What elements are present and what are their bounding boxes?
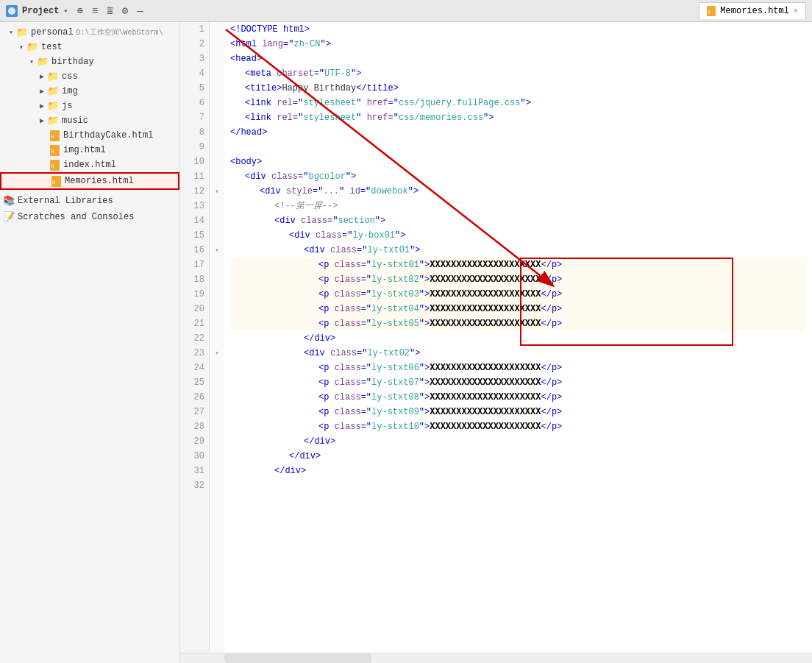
imghtml-file-icon: H — [49, 144, 60, 156]
ln-21: 21 — [185, 316, 204, 331]
sidebar: ▾ 📁 personal D:\工作空间\WebStorm\ ▾ 📁 test … — [0, 22, 180, 663]
svg-text:H: H — [51, 149, 54, 155]
code-container[interactable]: 1 2 3 4 5 6 7 8 9 10 11 12 13 14 15 16 1 — [180, 22, 812, 653]
app-icon — [6, 5, 18, 17]
ln-32: 32 — [185, 478, 204, 493]
code-line-10: <body> — [230, 155, 806, 169]
ln-14: 14 — [185, 213, 204, 228]
arrow-birthday: ▾ — [26, 57, 37, 66]
code-content[interactable]: <!DOCTYPE html> <html lang="zh-CN"> <hea… — [224, 22, 812, 653]
ln-11: 11 — [185, 169, 204, 184]
code-line-25: <p class="ly-stxt07">XXXXXXXXXXXXXXXXXXX… — [230, 375, 806, 390]
ln-13: 13 — [185, 199, 204, 213]
project-dropdown[interactable]: ▾ — [63, 7, 68, 15]
code-line-19: <p class="ly-stxt03">XXXXXXXXXXXXXXXXXXX… — [230, 287, 806, 302]
code-line-13: <!--第一屏--> — [230, 199, 806, 213]
code-line-21: <p class="ly-stxt05">XXXXXXXXXXXXXXXXXXX… — [230, 316, 806, 331]
arrow-js: ▶ — [37, 102, 47, 110]
ln-26: 26 — [185, 390, 204, 405]
sidebar-item-memorieshtml[interactable]: H Memories.html — [0, 172, 179, 190]
ln-29: 29 — [185, 434, 204, 449]
arrow-css: ▶ — [37, 72, 47, 81]
code-line-2: <html lang="zh-CN"> — [230, 37, 806, 52]
external-libraries-item[interactable]: 📚 External Libraries — [0, 193, 179, 209]
js-folder-icon: 📁 — [47, 100, 59, 112]
code-line-29: </div> — [230, 434, 806, 449]
fold-marker-16[interactable]: ▾ — [215, 246, 219, 255]
title-bar-left: Project ▾ — [6, 5, 68, 17]
tab-close-btn[interactable]: × — [794, 7, 798, 15]
sidebar-item-test[interactable]: ▾ 📁 test — [0, 40, 179, 54]
personal-label: personal — [31, 27, 74, 38]
ln-15: 15 — [185, 228, 204, 243]
toolbar-btn-1[interactable]: ⊕ — [74, 3, 85, 18]
code-line-30: </div> — [230, 449, 806, 464]
sidebar-item-css[interactable]: ▶ 📁 css — [0, 69, 179, 84]
ln-24: 24 — [185, 361, 204, 375]
svg-text:H: H — [708, 10, 710, 15]
code-line-24: <p class="ly-stxt06">XXXXXXXXXXXXXXXXXXX… — [230, 361, 806, 375]
music-folder-icon: 📁 — [47, 115, 59, 127]
ln-27: 27 — [185, 405, 204, 419]
sidebar-item-imghtml[interactable]: H img.html — [0, 143, 179, 157]
code-line-28: <p class="ly-stxt10">XXXXXXXXXXXXXXXXXXX… — [230, 419, 806, 434]
code-line-17: <p class="ly-stxt01">XXXXXXXXXXXXXXXXXXX… — [230, 258, 806, 272]
code-line-4: <meta charset="UTF-8"> — [230, 66, 806, 81]
code-line-1: <!DOCTYPE html> — [230, 22, 806, 37]
ln-3: 3 — [185, 52, 204, 66]
arrow-music: ▶ — [37, 116, 47, 125]
sidebar-item-birthday[interactable]: ▾ 📁 birthday — [0, 54, 179, 69]
external-libraries-label: External Libraries — [18, 196, 113, 206]
memorieshtml-file-icon: H — [50, 175, 62, 187]
toolbar-actions: ⊕ ≡ ≣ ⚙ — — [74, 3, 146, 18]
external-libraries-icon: 📚 — [3, 195, 15, 207]
project-label[interactable]: Project — [22, 6, 59, 16]
bottom-scrollbar[interactable] — [180, 653, 812, 663]
code-line-18: <p class="ly-stxt02">XXXXXXXXXXXXXXXXXXX… — [230, 272, 806, 287]
fold-marker-23[interactable]: ▾ — [215, 349, 219, 358]
sidebar-item-personal[interactable]: ▾ 📁 personal D:\工作空间\WebStorm\ — [0, 25, 179, 40]
code-line-23: <div class="ly-txt02"> — [230, 346, 806, 361]
toolbar-btn-5[interactable]: — — [134, 4, 146, 18]
code-line-11: <div class="bgcolor"> — [230, 169, 806, 184]
ln-20: 20 — [185, 302, 204, 316]
birthday-label: birthday — [51, 57, 94, 67]
editor-tab[interactable]: H Memories.html × — [699, 2, 806, 19]
sidebar-item-birthdaycake[interactable]: H BirthdayCake.html — [0, 128, 179, 143]
birthdaycake-file-icon: H — [49, 130, 60, 141]
code-line-27: <p class="ly-stxt09">XXXXXXXXXXXXXXXXXXX… — [230, 405, 806, 419]
code-line-14: <div class="section"> — [230, 213, 806, 228]
scratches-consoles-item[interactable]: 📝 Scratches and Consoles — [0, 209, 179, 225]
ln-23: 23 — [185, 346, 204, 361]
ln-16: 16 — [185, 243, 204, 258]
indexhtml-file-icon: H — [49, 159, 60, 171]
toolbar-btn-4[interactable]: ⚙ — [119, 3, 131, 18]
test-folder-icon: 📁 — [26, 41, 38, 53]
fold-marker-12[interactable]: ▾ — [215, 187, 219, 196]
svg-point-0 — [8, 7, 15, 15]
sidebar-item-img[interactable]: ▶ 📁 img — [0, 84, 179, 99]
scratches-icon: 📝 — [3, 211, 15, 223]
ln-10: 10 — [185, 155, 204, 169]
arrow-test: ▾ — [16, 43, 26, 52]
toolbar-btn-2[interactable]: ≡ — [89, 4, 101, 18]
svg-text:H: H — [51, 163, 54, 169]
sidebar-item-js[interactable]: ▶ 📁 js — [0, 99, 179, 113]
css-label: css — [62, 71, 78, 82]
sidebar-item-music[interactable]: ▶ 📁 music — [0, 113, 179, 128]
arrow-personal: ▾ — [6, 28, 16, 37]
birthday-folder-icon: 📁 — [37, 56, 49, 68]
ln-4: 4 — [185, 66, 204, 81]
code-line-20: <p class="ly-stxt04">XXXXXXXXXXXXXXXXXXX… — [230, 302, 806, 316]
ln-25: 25 — [185, 375, 204, 390]
sidebar-item-indexhtml[interactable]: H index.html — [0, 157, 179, 172]
toolbar-btn-3[interactable]: ≣ — [104, 3, 115, 18]
code-line-6: <link rel="stylesheet" href="css/jquery.… — [230, 96, 806, 110]
img-label: img — [62, 86, 78, 96]
tab-label: Memories.html — [720, 6, 789, 16]
scratches-label: Scratches and Consoles — [18, 212, 134, 222]
code-line-7: <link rel="stylesheet" href="css/memorie… — [230, 110, 806, 125]
ln-1: 1 — [185, 22, 204, 37]
memorieshtml-label: Memories.html — [65, 176, 134, 186]
ln-12: 12 — [185, 184, 204, 199]
